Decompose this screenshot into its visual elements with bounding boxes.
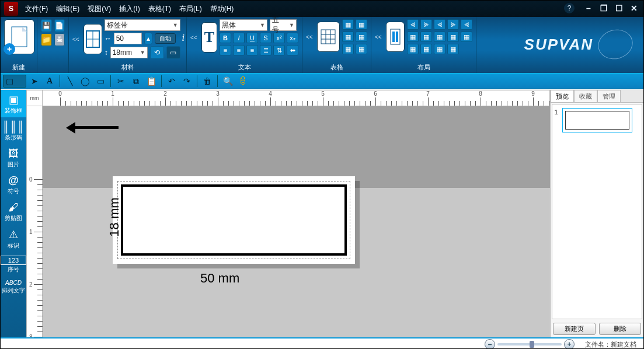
front-button[interactable]: ▦ (407, 44, 419, 54)
svg-rect-5 (321, 30, 335, 44)
delete-button[interactable]: 🗑 (200, 75, 214, 88)
menu-file[interactable]: 文件(F) (25, 4, 48, 14)
collapse-icon[interactable]: << (306, 34, 313, 40)
width-up[interactable]: ▴ (144, 33, 152, 44)
strike-button[interactable]: S (260, 33, 271, 43)
restore-button[interactable]: ❐ (598, 3, 610, 13)
forward-button[interactable]: ▦ (434, 44, 445, 54)
canvas[interactable]: 18 mm 50 mm (43, 106, 550, 337)
folder-button[interactable]: 📁 (41, 33, 52, 46)
tab-favorites[interactable]: 收藏 (574, 90, 597, 102)
table-icon[interactable] (317, 22, 340, 52)
dist-h-button[interactable]: ▦ (407, 32, 419, 42)
sidebar-item-clipart[interactable]: 🖌剪贴图 (1, 198, 26, 225)
fontsize-select[interactable]: 五号▼ (270, 19, 297, 31)
split-button[interactable]: ▦ (356, 44, 367, 54)
maximize-button[interactable]: ☐ (613, 3, 625, 13)
paste-button[interactable]: 📋 (144, 75, 158, 88)
delete-col-button[interactable]: ▦ (356, 32, 367, 42)
minimize-button[interactable]: – (583, 3, 594, 13)
align-right-button[interactable]: ≡ (246, 45, 258, 55)
sidebar-item-barcode[interactable]: ║║║条形码 (1, 117, 26, 144)
align-center-button[interactable]: ≡ (233, 45, 245, 55)
zoom-out-button[interactable]: – (485, 339, 495, 349)
sidebar-item-sign[interactable]: ⚠标识 (1, 225, 26, 252)
line-tool[interactable]: ╲ (63, 75, 77, 88)
justify-button[interactable]: ≣ (260, 45, 271, 55)
spacing-button[interactable]: ⬌ (287, 45, 298, 55)
copy-button[interactable]: ⧉ (129, 75, 143, 88)
collapse-icon[interactable]: << (190, 34, 197, 41)
ungroup-button[interactable]: ▦ (447, 32, 459, 42)
align-left-button[interactable]: ≡ (220, 45, 231, 55)
new-document-icon[interactable]: + (4, 19, 34, 54)
font-select[interactable]: 黑体▼ (220, 19, 267, 31)
pointer-tool[interactable]: ➤ (27, 75, 41, 88)
height-select[interactable]: 18mm▼ (110, 47, 148, 58)
align-r-button[interactable]: ⫷ (434, 19, 445, 30)
database-button[interactable]: 🛢 (236, 75, 250, 88)
menu-insert[interactable]: 插入(I) (119, 4, 140, 14)
width-input[interactable]: 50 (114, 33, 142, 44)
align-l-button[interactable]: ⫷ (407, 19, 419, 30)
menu-view[interactable]: 视图(V) (88, 4, 111, 14)
italic-button[interactable]: I (233, 33, 245, 43)
insert-row-button[interactable]: ▦ (342, 19, 354, 30)
menu-layout[interactable]: 布局(L) (179, 4, 202, 14)
sidebar-item-textpath[interactable]: ABCD排列文字 (1, 276, 26, 297)
bold-button[interactable]: B (220, 33, 231, 43)
new-page-button[interactable]: 新建页 (553, 323, 596, 335)
ellipse-tool[interactable]: ◯ (78, 75, 92, 88)
collapse-icon[interactable]: << (72, 36, 79, 43)
orientation-button[interactable]: ⟲ (150, 46, 164, 59)
delete-page-button[interactable]: 删除 (599, 323, 642, 335)
dist-v-button[interactable]: ▦ (420, 32, 432, 42)
rect-tool[interactable]: ▭ (93, 75, 107, 88)
sidebar-item-serial[interactable]: 123序号 (1, 252, 26, 276)
tab-manage[interactable]: 管理 (597, 90, 621, 102)
text-tool[interactable]: A (43, 75, 57, 88)
close-button[interactable]: ✕ (628, 3, 640, 13)
zoom-in-button[interactable]: + (564, 339, 575, 349)
save-button[interactable]: 💾 (41, 19, 52, 32)
menu-help[interactable]: 帮助(H) (210, 4, 234, 14)
label-card[interactable] (113, 176, 355, 264)
sub-button[interactable]: x₂ (287, 33, 298, 43)
align-m-button[interactable]: ⫷ (461, 19, 472, 30)
back-button[interactable]: ▦ (420, 44, 432, 54)
sidebar-item-frame[interactable]: ▣装饰框 (1, 90, 26, 117)
layout-icon[interactable] (386, 22, 405, 52)
underline-button[interactable]: U (246, 33, 258, 43)
super-button[interactable]: x² (273, 33, 285, 43)
text-tool-icon[interactable]: T (201, 22, 217, 53)
merge-button[interactable]: ▦ (342, 44, 354, 54)
align-c-button[interactable]: ⫸ (420, 19, 432, 30)
vertical-button[interactable]: ⇅ (273, 45, 285, 55)
print-button[interactable]: 🖶 (54, 33, 65, 46)
frame-tool[interactable]: ▢ (3, 75, 26, 88)
insert-col-button[interactable]: ▦ (356, 19, 367, 30)
backward-button[interactable]: ▦ (447, 44, 459, 54)
delete-row-button[interactable]: ▦ (342, 32, 354, 42)
zoom-slider[interactable] (497, 343, 562, 345)
redo-button[interactable]: ↷ (180, 75, 194, 88)
page-thumbnail[interactable]: 1 (562, 108, 632, 132)
group-button[interactable]: ▦ (434, 32, 445, 42)
rotate-button[interactable]: ▦ (461, 32, 472, 42)
open-button[interactable]: 📄 (54, 19, 65, 32)
sidebar-item-image[interactable]: 🖼图片 (1, 144, 26, 171)
cut-button[interactable]: ✂ (114, 75, 128, 88)
tab-preview[interactable]: 预览 (551, 90, 574, 102)
help-icon[interactable]: ? (564, 3, 575, 13)
align-t-button[interactable]: ⫸ (447, 19, 459, 30)
zoom-tool[interactable]: 🔍 (221, 75, 235, 88)
sidebar-item-symbol[interactable]: @符号 (1, 171, 26, 198)
fit-button[interactable]: ▭ (166, 46, 180, 59)
menu-edit[interactable]: 编辑(E) (56, 4, 79, 14)
undo-button[interactable]: ↶ (165, 75, 179, 88)
menu-table[interactable]: 表格(T) (148, 4, 171, 14)
label-type-select[interactable]: 标签带▼ (105, 19, 180, 31)
auto-toggle[interactable]: 自动 (155, 33, 176, 44)
collapse-icon[interactable]: << (375, 34, 382, 40)
material-icon[interactable] (83, 24, 102, 54)
